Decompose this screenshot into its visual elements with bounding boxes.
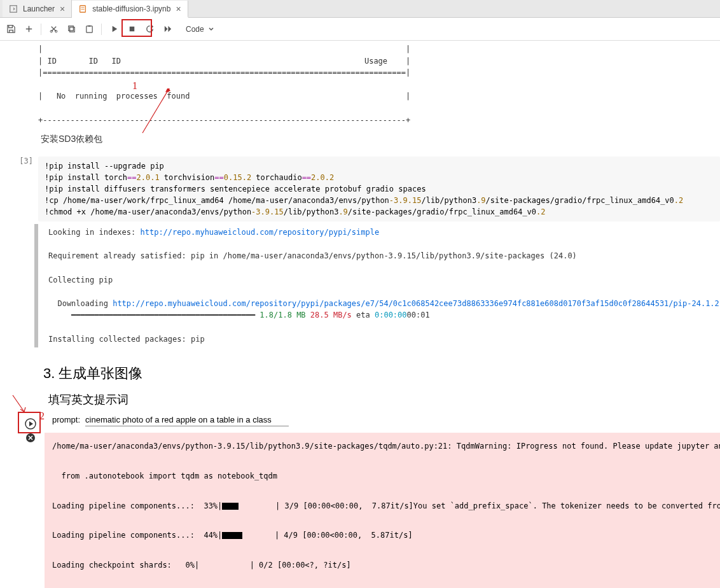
section-heading: 3. 生成单张图像	[0, 364, 720, 383]
tab-bar: Launcher × stable-diffusion-3.ipynb ×	[0, 0, 720, 18]
svg-rect-0	[10, 5, 17, 12]
svg-line-13	[13, 395, 24, 412]
annotation-label-1: 1	[132, 80, 137, 92]
svg-rect-6	[68, 26, 73, 31]
chevron-down-icon	[208, 26, 214, 32]
subsection-heading: 填写英文提示词	[0, 392, 720, 407]
cell-type-select[interactable]: Code	[186, 25, 214, 34]
svg-rect-2	[81, 7, 85, 8]
notebook-icon	[78, 4, 87, 13]
pip-output: Looking in indexes: http://repo.myhuawei…	[34, 224, 720, 347]
cut-button[interactable]	[46, 22, 60, 36]
tab-notebook[interactable]: stable-diffusion-3.ipynb ×	[72, 1, 188, 18]
notebook-toolbar: Code	[0, 18, 720, 41]
add-cell-button[interactable]	[22, 22, 36, 36]
prompt-input[interactable]	[85, 414, 289, 426]
svg-rect-9	[88, 25, 90, 27]
svg-rect-8	[86, 26, 92, 32]
tab-launcher[interactable]: Launcher ×	[3, 0, 72, 17]
stderr-output: /home/ma-user/anaconda3/envs/python-3.9.…	[45, 433, 720, 588]
annotation-arrow-1	[139, 88, 177, 139]
paste-button[interactable]	[82, 22, 96, 36]
notebook-body: 1 | | | ID ID ID	[0, 41, 720, 588]
markdown-install-deps: 安装SD3依赖包	[0, 134, 720, 145]
tab-notebook-label: stable-diffusion-3.ipynb	[92, 4, 170, 13]
cell-type-label: Code	[186, 25, 204, 34]
code-cell-3[interactable]: !pip install --upgrade pip !pip install …	[38, 157, 720, 221]
pip-download-link[interactable]: http://repo.myhuaweicloud.com/repository…	[113, 299, 720, 308]
annotation-box-1	[121, 19, 152, 37]
svg-rect-3	[81, 9, 85, 10]
close-icon[interactable]: ×	[60, 4, 65, 14]
svg-line-11	[142, 88, 169, 133]
prompt-widget: prompt:	[0, 414, 720, 426]
error-icon	[25, 433, 36, 445]
launcher-icon	[9, 4, 18, 13]
prompt-label: prompt:	[52, 415, 80, 424]
annotation-arrow-2	[11, 394, 37, 419]
close-icon[interactable]: ×	[176, 4, 181, 14]
annotation-label-2: 2	[39, 410, 45, 422]
pip-index-link[interactable]: http://repo.myhuaweicloud.com/repository…	[141, 228, 380, 237]
run-button[interactable]	[107, 22, 121, 36]
restart-run-all-button[interactable]	[160, 22, 174, 36]
copy-button[interactable]	[64, 22, 78, 36]
input-prompt: [3]	[0, 157, 38, 165]
svg-rect-7	[69, 27, 74, 32]
save-button[interactable]	[4, 22, 18, 36]
tab-launcher-label: Launcher	[23, 4, 55, 13]
